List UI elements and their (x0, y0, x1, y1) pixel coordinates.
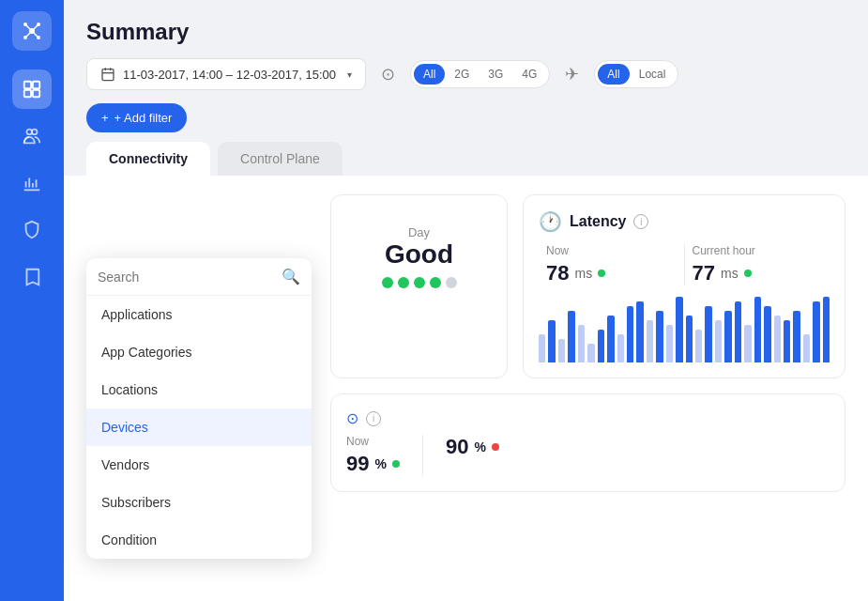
latency-metrics: Now 78 ms Current hour 77 ms (539, 244, 830, 285)
bar (627, 306, 633, 362)
dropdown-item-locations[interactable]: Locations (86, 371, 312, 408)
sidebar-item-users[interactable] (12, 116, 52, 156)
dot-5 (446, 277, 457, 288)
bar (686, 316, 693, 362)
quality-dots (346, 277, 492, 288)
transport-info-icon[interactable]: i (366, 411, 381, 426)
latency-hour-col: Current hour 77 ms (685, 244, 830, 285)
latency-title: Latency (570, 213, 626, 230)
page-title: Summary (86, 19, 845, 45)
latency-hour-label: Current hour (693, 244, 823, 257)
filter-dropdown: 🔍 Applications App Categories Locations … (86, 258, 312, 559)
signal-icon: ⊙ (381, 64, 395, 85)
bar (744, 325, 751, 362)
svg-rect-9 (24, 82, 31, 88)
header: Summary 11-03-2017, 14:00 – 12-03-2017, … (64, 0, 868, 142)
sidebar-item-analytics[interactable] (12, 163, 52, 203)
bar (793, 311, 799, 362)
svg-point-14 (32, 130, 38, 135)
roaming-local-button[interactable]: Local (630, 64, 676, 85)
sidebar-item-security[interactable] (12, 210, 52, 250)
bar (548, 320, 555, 362)
date-range-text: 11-03-2017, 14:00 – 12-03-2017, 15:00 (123, 68, 336, 82)
bar (666, 325, 673, 362)
filter-all-button[interactable]: All (414, 64, 445, 85)
transport-second-value: 90 % (446, 435, 499, 459)
content-area: 🔍 Applications App Categories Locations … (64, 176, 868, 601)
dot-4 (430, 277, 441, 288)
roaming-all-button[interactable]: All (598, 64, 629, 85)
header-controls: 11-03-2017, 14:00 – 12-03-2017, 15:00 ▾ … (86, 58, 845, 90)
latency-now-label: Now (546, 244, 677, 257)
bar (578, 325, 585, 362)
bar (695, 330, 702, 362)
svg-line-8 (32, 31, 38, 38)
bar (823, 297, 830, 362)
bar (774, 316, 781, 362)
tab-connectivity[interactable]: Connectivity (86, 142, 210, 176)
svg-rect-15 (102, 69, 114, 81)
bar (636, 301, 643, 362)
filter-4g-button[interactable]: 4G (512, 64, 546, 85)
roaming-icon: ✈ (565, 64, 579, 85)
bar (647, 320, 653, 362)
svg-rect-12 (33, 90, 39, 97)
bar (705, 306, 711, 362)
bar (735, 301, 741, 362)
search-icon: 🔍 (282, 268, 300, 285)
dropdown-item-subscribers[interactable]: Subscribers (86, 484, 312, 521)
dropdown-item-vendors[interactable]: Vendors (86, 446, 312, 484)
cards-row-1: Day Good 🕐 L (330, 194, 845, 378)
search-box: 🔍 (86, 258, 312, 296)
date-range-button[interactable]: 11-03-2017, 14:00 – 12-03-2017, 15:00 ▾ (86, 58, 366, 90)
add-filter-label: + Add filter (114, 111, 173, 125)
cards-container: Day Good 🕐 L (330, 194, 845, 492)
bar (656, 311, 662, 362)
transport-second-container: 90 % (446, 435, 499, 476)
bar (558, 339, 565, 362)
cards-row-2: ⊙ i Now 99 % (330, 393, 845, 492)
quality-value: Good (346, 239, 492, 270)
network-filter-group: All 2G 3G 4G (410, 60, 550, 88)
tab-control-plane[interactable]: Control Plane (218, 142, 343, 176)
latency-now-value: 78 ms (546, 261, 677, 285)
latency-hour-status (744, 270, 752, 277)
dot-1 (382, 277, 393, 288)
svg-line-5 (25, 24, 32, 31)
bar (784, 320, 790, 362)
add-filter-button[interactable]: + + Add filter (86, 103, 187, 132)
dot-3 (414, 277, 425, 288)
latency-now-status (598, 270, 605, 277)
dropdown-item-applications[interactable]: Applications (86, 296, 312, 333)
main-content: Summary 11-03-2017, 14:00 – 12-03-2017, … (64, 0, 868, 601)
divider (422, 435, 423, 476)
svg-rect-11 (24, 90, 31, 97)
latency-info-icon[interactable]: i (633, 214, 648, 229)
sidebar-logo[interactable] (12, 11, 52, 51)
bar (715, 320, 722, 362)
quality-card: Day Good (330, 194, 508, 378)
sidebar-item-dashboard[interactable] (12, 69, 52, 109)
bar (568, 311, 574, 362)
latency-card: 🕐 Latency i Now 78 ms (523, 194, 845, 378)
bar (676, 297, 682, 362)
dropdown-item-condition[interactable]: Condition (86, 521, 312, 559)
svg-line-6 (32, 24, 38, 31)
dropdown-list: Applications App Categories Locations De… (86, 296, 312, 559)
dropdown-item-devices[interactable]: Devices (86, 408, 312, 446)
dropdown-item-app-categories[interactable]: App Categories (86, 333, 312, 371)
bar (813, 301, 819, 362)
calendar-icon (100, 67, 115, 82)
svg-line-7 (25, 31, 32, 38)
filter-3g-button[interactable]: 3G (479, 64, 512, 85)
svg-rect-10 (33, 82, 39, 88)
day-label: Day (346, 225, 492, 239)
transport-now-label: Now (346, 435, 400, 448)
filter-2g-button[interactable]: 2G (445, 64, 479, 85)
transport-now-container: Now 99 % (346, 435, 400, 476)
sidebar-item-bookmarks[interactable] (12, 257, 52, 297)
latency-now-col: Now 78 ms (539, 244, 685, 285)
bar (754, 297, 761, 362)
search-input[interactable] (98, 270, 282, 285)
bar (607, 316, 614, 362)
